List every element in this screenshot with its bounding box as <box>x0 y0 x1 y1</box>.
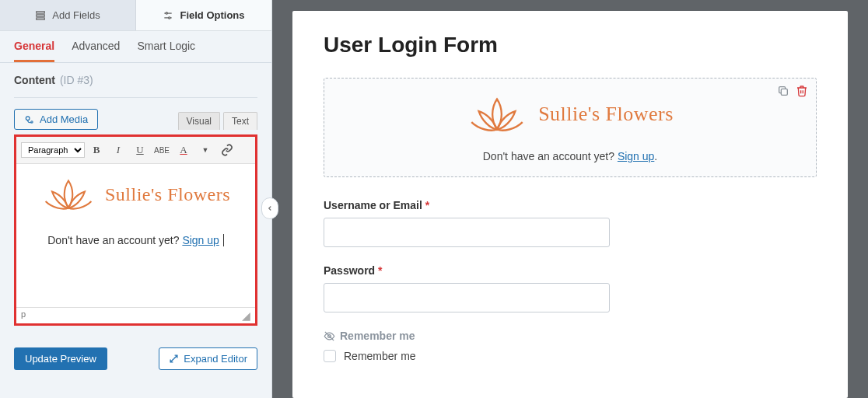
resize-handle-icon[interactable]: ◢ <box>242 309 250 322</box>
svg-rect-9 <box>781 89 787 95</box>
remember-option-label: Remember me <box>344 350 416 362</box>
duplicate-field-icon[interactable] <box>777 85 789 97</box>
svg-rect-1 <box>37 14 45 16</box>
username-input[interactable] <box>324 218 610 247</box>
subtab-general[interactable]: General <box>14 40 54 62</box>
content-id: (ID #3) <box>60 74 93 86</box>
svg-point-6 <box>169 16 170 18</box>
add-media-button[interactable]: Add Media <box>14 109 98 130</box>
update-preview-button[interactable]: Update Preview <box>14 347 107 370</box>
signup-link[interactable]: Sign up <box>618 150 654 162</box>
svg-rect-0 <box>37 11 45 12</box>
html-content-field[interactable]: Sullie's Flowers Don't have an account y… <box>324 78 817 177</box>
editor-tab-text[interactable]: Text <box>223 112 257 130</box>
password-label: Password * <box>324 264 817 277</box>
element-path[interactable]: p <box>21 309 26 322</box>
editor-content-area[interactable]: Sullie's Flowers Don't have an account y… <box>16 164 255 307</box>
content-section-heading: Content (ID #3) <box>14 74 257 98</box>
editor-statusbar: p ◢ <box>16 307 255 323</box>
password-input[interactable] <box>324 283 610 312</box>
form-title: User Login Form <box>324 33 817 58</box>
svg-point-8 <box>31 120 33 122</box>
subtab-advanced[interactable]: Advanced <box>72 40 120 62</box>
expand-editor-button[interactable]: Expand Editor <box>159 347 257 370</box>
subtab-smart-logic[interactable]: Smart Logic <box>137 40 195 62</box>
text-color-button[interactable]: A <box>173 140 194 160</box>
signup-caption: Don't have an account yet? Sign up <box>24 234 247 246</box>
block-format-select[interactable]: Paragraph <box>21 142 85 158</box>
delete-field-icon[interactable] <box>796 85 808 97</box>
rich-text-editor: Paragraph B I U ABE A ▼ <box>14 134 257 326</box>
username-label: Username or Email * <box>324 199 817 211</box>
add-media-label: Add Media <box>40 113 88 125</box>
editor-tab-visual[interactable]: Visual <box>178 112 220 130</box>
required-asterisk: * <box>378 264 382 277</box>
signup-caption: Don't have an account yet? Sign up. <box>337 150 803 162</box>
eye-off-icon <box>324 330 335 342</box>
link-button[interactable] <box>217 140 237 160</box>
italic-button[interactable]: I <box>108 140 128 160</box>
password-field[interactable]: Password * <box>324 264 817 312</box>
bold-button[interactable]: B <box>86 140 107 160</box>
media-icon <box>24 114 35 125</box>
expand-icon <box>169 354 179 364</box>
underline-button[interactable]: U <box>130 140 150 160</box>
layout-icon <box>35 10 46 21</box>
field-options-subtabs: General Advanced Smart Logic <box>0 31 271 63</box>
svg-rect-2 <box>37 17 45 19</box>
brand-name: Sullie's Flowers <box>538 103 674 126</box>
text-cursor <box>220 234 224 246</box>
lotus-icon <box>41 175 96 214</box>
content-label: Content <box>14 74 55 86</box>
sidebar-collapse-toggle[interactable] <box>261 197 278 219</box>
svg-point-7 <box>26 116 30 120</box>
form-preview-area: User Login Form <box>272 0 868 398</box>
editor-toolbar: Paragraph B I U ABE A ▼ <box>16 137 255 164</box>
panel-top-tabs: Add Fields Field Options <box>0 0 271 31</box>
remember-checkbox[interactable] <box>324 350 336 362</box>
strikethrough-button[interactable]: ABE <box>152 140 172 160</box>
tab-label: Field Options <box>180 9 244 21</box>
signup-link[interactable]: Sign up <box>182 234 219 246</box>
username-field[interactable]: Username or Email * <box>324 199 817 247</box>
tab-add-fields[interactable]: Add Fields <box>0 0 136 30</box>
sliders-icon <box>163 10 173 21</box>
lotus-icon <box>467 93 527 136</box>
tab-label: Add Fields <box>52 9 100 21</box>
required-asterisk: * <box>425 199 429 211</box>
text-color-dropdown[interactable]: ▼ <box>195 140 215 160</box>
brand-name: Sullie's Flowers <box>105 184 230 205</box>
field-options-panel: Add Fields Field Options General Advance… <box>0 0 272 398</box>
expand-editor-label: Expand Editor <box>184 353 247 365</box>
remember-me-field[interactable]: Remember me Remember me <box>324 330 817 362</box>
svg-point-4 <box>166 12 168 13</box>
tab-field-options[interactable]: Field Options <box>136 0 271 30</box>
remember-section-label: Remember me <box>340 330 415 342</box>
